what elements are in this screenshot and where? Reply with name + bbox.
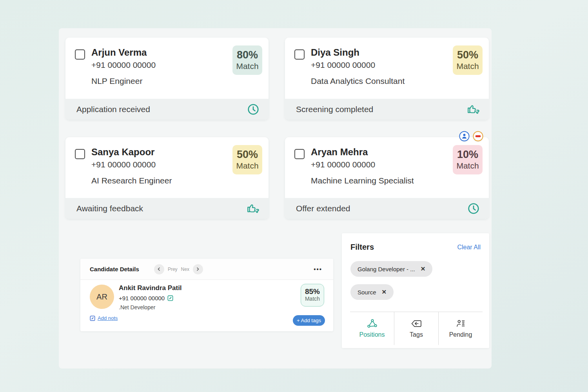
- candidate-phone: +91 00000 00000: [311, 60, 405, 70]
- detail-info: Ankit Ravindra Patil +91 00000 00000 .Ne…: [119, 284, 182, 310]
- candidate-checkbox[interactable]: [294, 49, 305, 60]
- candidate-card-body: Diya Singh +91 00000 00000 Data Analytic…: [285, 38, 489, 99]
- candidate-info: Diya Singh +91 00000 00000 Data Analytic…: [311, 47, 405, 86]
- add-note-label: Add nots: [98, 315, 118, 321]
- filters-panel: Filters Clear All Golang Developer - ...…: [342, 233, 489, 348]
- match-badge: 80% Match: [232, 45, 262, 75]
- status-text: Offer extended: [296, 204, 350, 213]
- avatar: AR: [90, 285, 114, 309]
- match-percent: 50%: [453, 49, 483, 61]
- candidate-card-body: Aryan Mehra +91 00000 00000 Machine Lear…: [285, 137, 489, 198]
- candidate-name: Arjun Verma: [91, 47, 156, 58]
- candidate-card[interactable]: Arjun Verma +91 00000 00000 NLP Engineer…: [65, 38, 269, 120]
- candidate-details-header: Candidate Details Prey Nex •••: [80, 259, 333, 280]
- detail-match-percent: 85%: [301, 287, 324, 296]
- candidate-role: AI Research Engineer: [91, 176, 172, 185]
- detail-role: .Net Developer: [119, 304, 182, 310]
- filters-title: Filters: [350, 243, 374, 252]
- candidate-status-bar: Application received: [65, 99, 269, 120]
- candidate-phone: +91 00000 00000: [91, 160, 172, 169]
- user-icon[interactable]: [459, 131, 470, 142]
- candidate-card[interactable]: Sanya Kapoor +91 00000 00000 AI Research…: [65, 137, 269, 219]
- add-tags-button[interactable]: + Add tags: [293, 315, 325, 326]
- filters-header: Filters Clear All: [342, 233, 489, 252]
- candidate-checkbox[interactable]: [75, 49, 85, 60]
- next-button[interactable]: [193, 264, 203, 274]
- detail-phone: +91 00000 00000: [119, 295, 165, 301]
- match-percent: 80%: [232, 49, 262, 61]
- edit-phone-icon[interactable]: [167, 295, 173, 301]
- match-label: Match: [453, 161, 483, 171]
- candidate-info: Arjun Verma +91 00000 00000 NLP Engineer: [91, 47, 156, 86]
- pending-icon: [455, 319, 466, 328]
- candidate-status-bar: Screening completed: [285, 99, 489, 120]
- avatar-initials: AR: [96, 292, 107, 301]
- match-percent: 50%: [232, 149, 262, 160]
- candidate-card-body: Sanya Kapoor +91 00000 00000 AI Research…: [65, 137, 269, 198]
- tab-pending[interactable]: Pending: [438, 312, 483, 345]
- positions-icon: [367, 319, 378, 328]
- match-percent: 10%: [453, 149, 483, 160]
- match-label: Match: [232, 61, 262, 71]
- card-quick-actions: [459, 131, 483, 142]
- clock-icon: [467, 202, 480, 215]
- detail-phone-row: +91 00000 00000: [119, 295, 182, 301]
- candidate-phone: +91 00000 00000: [311, 160, 414, 169]
- candidate-info: Aryan Mehra +91 00000 00000 Machine Lear…: [311, 147, 414, 185]
- candidate-phone: +91 00000 00000: [91, 60, 156, 70]
- candidate-checkbox[interactable]: [294, 149, 305, 159]
- candidate-role: Data Analytics Consultant: [311, 76, 405, 86]
- filter-chip-source[interactable]: Source ✕: [350, 284, 394, 300]
- detail-match-label: Match: [301, 296, 324, 302]
- candidate-card[interactable]: Aryan Mehra +91 00000 00000 Machine Lear…: [285, 137, 489, 219]
- candidate-name: Diya Singh: [311, 47, 405, 58]
- prev-button[interactable]: [154, 264, 164, 274]
- detail-name: Ankit Ravindra Patil: [119, 284, 182, 292]
- candidate-details-panel: Candidate Details Prey Nex ••• AR Ankit …: [80, 259, 333, 331]
- edit-note-icon: [90, 316, 95, 321]
- candidate-checkbox[interactable]: [75, 149, 85, 159]
- tab-tags[interactable]: Tags: [394, 312, 438, 345]
- thumbs-feedback-icon[interactable]: [247, 202, 260, 215]
- panel-title: Candidate Details: [90, 266, 139, 272]
- tab-label: Pending: [449, 331, 472, 338]
- add-tags-label: + Add tags: [297, 318, 321, 323]
- more-options-icon[interactable]: •••: [314, 267, 322, 271]
- match-label: Match: [232, 161, 262, 171]
- candidate-role: NLP Engineer: [91, 76, 156, 86]
- filter-chip-position[interactable]: Golang Developer - ... ✕: [350, 261, 432, 277]
- candidate-card-body: Arjun Verma +91 00000 00000 NLP Engineer…: [65, 38, 269, 99]
- add-note-link[interactable]: Add nots: [90, 315, 118, 321]
- candidate-card[interactable]: Diya Singh +91 00000 00000 Data Analytic…: [285, 38, 489, 120]
- match-badge: 10% Match: [453, 145, 483, 174]
- match-badge: 50% Match: [453, 45, 483, 75]
- status-text: Screening completed: [296, 105, 373, 114]
- thumbs-feedback-icon[interactable]: [467, 103, 480, 116]
- candidate-status-bar: Offer extended: [285, 198, 489, 219]
- match-label: Match: [453, 61, 483, 71]
- candidate-details-body: AR Ankit Ravindra Patil +91 00000 00000 …: [80, 280, 333, 331]
- candidate-name: Sanya Kapoor: [91, 147, 172, 158]
- prev-label: Prey: [168, 267, 178, 272]
- close-icon[interactable]: ✕: [382, 289, 387, 296]
- match-badge: 50% Match: [232, 145, 262, 174]
- tab-positions[interactable]: Positions: [350, 312, 394, 345]
- filter-chip-label: Source: [358, 289, 376, 296]
- candidate-name: Aryan Mehra: [311, 147, 414, 158]
- filter-chip-label: Golang Developer - ...: [358, 266, 415, 272]
- candidate-nav: Prey Nex: [154, 264, 203, 274]
- status-text: Awaiting feedback: [76, 204, 143, 213]
- chevron-left-icon: [157, 267, 161, 271]
- candidate-info: Sanya Kapoor +91 00000 00000 AI Research…: [91, 147, 172, 185]
- candidate-status-bar: Awaiting feedback: [65, 198, 269, 219]
- clear-all-link[interactable]: Clear All: [457, 244, 481, 251]
- clock-icon: [247, 103, 260, 116]
- chevron-right-icon: [196, 267, 200, 271]
- close-icon[interactable]: ✕: [421, 265, 426, 272]
- detail-match-badge: 85% Match: [301, 284, 324, 307]
- filters-tabs: Positions Tags Pending: [350, 312, 483, 345]
- remove-icon[interactable]: [473, 131, 483, 142]
- tag-icon: [411, 319, 422, 328]
- tab-label: Positions: [359, 331, 385, 338]
- status-text: Application received: [76, 105, 150, 114]
